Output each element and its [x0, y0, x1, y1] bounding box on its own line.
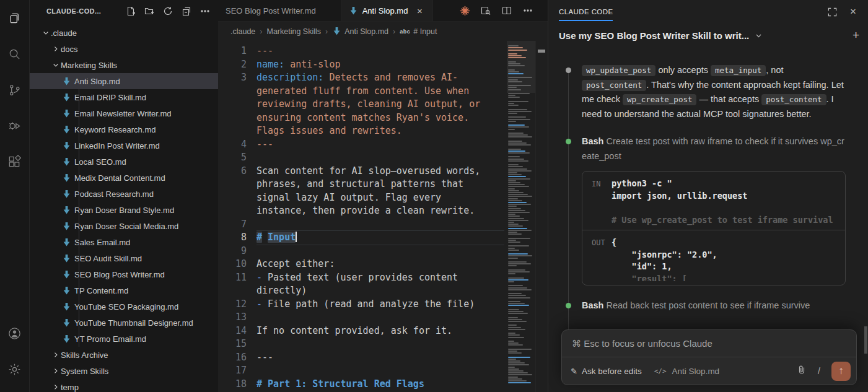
tree-folder-temp[interactable]: temp	[30, 379, 218, 392]
refresh-explorer-icon[interactable]	[161, 4, 175, 18]
minimap-line	[508, 281, 514, 282]
tree-folder-docs[interactable]: docs	[30, 41, 218, 57]
minimap-line	[508, 133, 524, 134]
tab-label: Anti Slop.md	[362, 6, 408, 15]
tree-file-seo-blog-post-writer-md[interactable]: SEO Blog Post Writer.md	[30, 266, 218, 282]
editor-line[interactable]: 4---	[218, 138, 504, 152]
activity-settings-icon[interactable]	[0, 351, 30, 387]
editor-line[interactable]: 3description: Detects and removes AI-gen…	[218, 71, 504, 138]
tree-file-keyword-research-md[interactable]: Keyword Research.md	[30, 121, 218, 137]
tree-folder--claude[interactable]: .claude	[30, 25, 218, 41]
editor-line[interactable]: 11- Pasted text (user provides content d…	[218, 271, 504, 298]
markdown-file-icon	[349, 6, 358, 15]
tree-item-label: System Skills	[61, 367, 108, 376]
tree-file-ryan-doser-brand-style-md[interactable]: Ryan Doser Brand Style.md	[30, 202, 218, 218]
tree-file-ryan-doser-social-media-md[interactable]: Ryan Doser Social Media.md	[30, 218, 218, 234]
tree-file-youtube-seo-packaging-md[interactable]: YouTube SEO Packaging.md	[30, 298, 218, 315]
minimap-line	[508, 202, 527, 203]
tree-file-email-drip-skill-md[interactable]: Email DRIP Skill.md	[30, 89, 218, 105]
tree-file-sales-email-md[interactable]: Sales Email.md	[30, 234, 218, 250]
tree-file-youtube-thumbnail-designer-md[interactable]: YouTube Thumbnail Designer.md	[30, 315, 218, 331]
editor-line[interactable]: 9	[218, 245, 504, 258]
tree-file-local-seo-md[interactable]: Local SEO.md	[30, 154, 218, 170]
tab-anti-slop[interactable]: Anti Slop.md ×	[341, 0, 434, 21]
breadcrumb-file[interactable]: Anti Slop.md	[332, 27, 388, 36]
tree-folder-system-skills[interactable]: System Skills	[30, 363, 218, 379]
activity-extensions-icon[interactable]	[0, 144, 30, 180]
minimap-line	[508, 242, 520, 243]
breadcrumb-symbol[interactable]: abc# Input	[400, 27, 437, 36]
editor-line[interactable]: 17	[218, 364, 504, 378]
more-actions-icon[interactable]	[520, 3, 535, 18]
editor-line[interactable]: 8# Input	[218, 231, 504, 245]
tree-file-linkedin-post-writer-md[interactable]: LinkedIn Post Writer.md	[30, 137, 218, 154]
editor[interactable]: 1---2name: anti-slop3description: Detect…	[218, 41, 548, 392]
new-folder-icon[interactable]	[142, 4, 156, 18]
chevron-down-icon[interactable]	[755, 32, 763, 40]
minimap-line	[508, 116, 526, 118]
panel-tab-claude-code[interactable]: CLAUDE CODE	[559, 8, 613, 21]
tool-call-message: Bash Read back test post content to see …	[548, 298, 846, 313]
new-file-icon[interactable]	[124, 4, 138, 18]
editor-line[interactable]: 10Accept either:	[218, 258, 504, 271]
editor-line[interactable]: 15	[218, 338, 504, 351]
maximize-panel-icon[interactable]	[825, 4, 840, 19]
tree-file-anti-slop-md[interactable]: Anti Slop.md	[30, 73, 218, 89]
editor-line[interactable]: 12- File path (read and analyze the file…	[218, 298, 504, 311]
editor-line[interactable]: 1---	[218, 45, 504, 58]
activity-source-control-icon[interactable]	[0, 72, 30, 108]
minimap-line	[508, 61, 516, 63]
tree-file-medix-dental-content-md[interactable]: Medix Dental Content.md	[30, 170, 218, 186]
editor-line[interactable]: 2name: anti-slop	[218, 58, 504, 72]
tree-file-tp-content-md[interactable]: TP Content.md	[30, 282, 218, 298]
edit-mode-selector[interactable]: ✎ Ask before edits	[571, 367, 642, 376]
activity-search-icon[interactable]	[0, 36, 30, 72]
close-tab-icon[interactable]: ×	[414, 5, 425, 16]
send-button[interactable]: ↑	[831, 362, 851, 381]
minimap-line	[508, 172, 517, 173]
attach-file-icon[interactable]	[797, 365, 807, 377]
tab-seo-blog-post-writer[interactable]: SEO Blog Post Writer.md	[218, 0, 341, 21]
line-number: 4	[218, 138, 256, 152]
markdown-file-icon	[62, 77, 71, 86]
activity-explorer-icon[interactable]	[0, 0, 30, 36]
prompt-input[interactable]: ⌘ Esc to focus or unfocus Claude	[562, 330, 856, 357]
vscode-window: CLAUDE-COD... .claudedocsMarketing Skill…	[0, 0, 868, 392]
overview-ruler[interactable]	[535, 41, 548, 392]
tree-file-yt-promo-email-md[interactable]: YT Promo Email.md	[30, 331, 218, 347]
breadcrumb-folder[interactable]: .claude	[230, 27, 255, 36]
context-file-chip[interactable]: </> Anti Slop.md	[654, 367, 719, 376]
activity-accounts-icon[interactable]	[0, 315, 30, 351]
tree-folder-skills-archive[interactable]: Skills Archive	[30, 347, 218, 363]
tree-folder-marketing-skills[interactable]: Marketing Skills	[30, 57, 218, 73]
code-line: "jsonrpc": "2.0",	[612, 249, 838, 261]
minimap[interactable]	[507, 41, 535, 392]
new-session-icon[interactable]: +	[853, 28, 859, 42]
editor-line[interactable]: 13	[218, 311, 504, 324]
editor-line[interactable]: 16---	[218, 351, 504, 365]
activity-run-debug-icon[interactable]	[0, 108, 30, 144]
collapse-folders-icon[interactable]	[180, 4, 193, 18]
line-content	[256, 151, 491, 165]
minimap-line	[508, 95, 515, 96]
tree-file-email-newsletter-writer-md[interactable]: Email Newsletter Writer.md	[30, 105, 218, 121]
editor-line[interactable]: 5	[218, 151, 504, 165]
minimap-line	[508, 101, 528, 102]
editor-line[interactable]: 14If no content provided, ask for it.	[218, 324, 504, 338]
tree-file-podcast-research-md[interactable]: Podcast Research.md	[30, 186, 218, 202]
claude-code-icon[interactable]	[457, 3, 472, 18]
open-preview-icon[interactable]	[478, 3, 493, 18]
slash-command-icon[interactable]: /	[817, 366, 822, 376]
more-actions-icon[interactable]	[198, 4, 212, 18]
panel-scrollbar[interactable]	[864, 326, 867, 354]
close-panel-icon[interactable]: ×	[846, 4, 861, 19]
editor-line[interactable]: 6Scan content for AI slop—overused words…	[218, 165, 504, 218]
session-title[interactable]: Use my SEO Blog Post Writer Skill to wri…	[559, 30, 749, 41]
breadcrumb-folder[interactable]: Marketing Skills	[266, 27, 321, 36]
minimap-line	[508, 341, 514, 342]
editor-line[interactable]: 18# Part 1: Structural Red Flags	[218, 378, 504, 391]
editor-line[interactable]: 7	[218, 218, 504, 232]
split-editor-icon[interactable]	[499, 3, 514, 18]
minimap-line	[508, 152, 530, 154]
tree-file-seo-audit-skill-md[interactable]: SEO Audit Skill.md	[30, 250, 218, 266]
